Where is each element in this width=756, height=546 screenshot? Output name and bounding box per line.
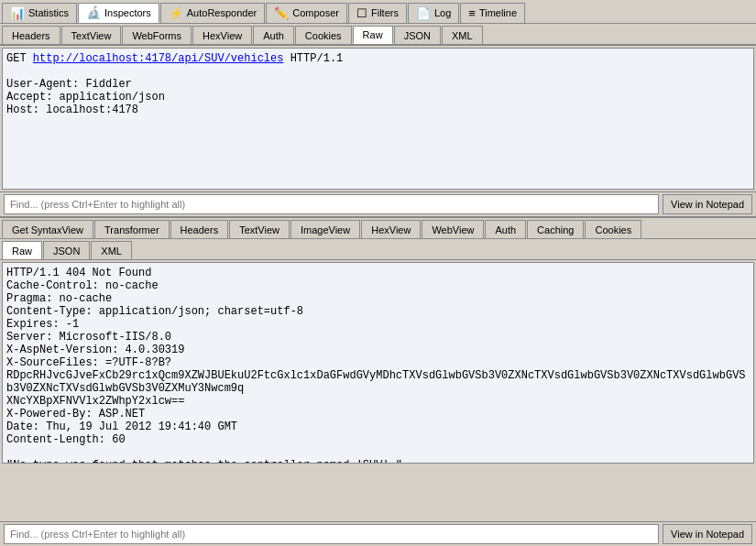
top-nav: 📊 Statistics 🔬 Inspectors ⚡ AutoResponde… [0, 0, 756, 24]
request-subtabs: Headers TextView WebForms HexView Auth C… [0, 24, 756, 46]
req-tab-auth[interactable]: Auth [253, 26, 294, 44]
req-tab-hexview[interactable]: HexView [192, 26, 252, 44]
req-tab-headers[interactable]: Headers [2, 26, 60, 44]
tab-log[interactable]: 📄 Log [408, 3, 459, 23]
resp-tab-getsyntaxview[interactable]: Get SyntaxView [2, 220, 93, 238]
request-section: Headers TextView WebForms HexView Auth C… [0, 24, 756, 218]
resp-tab-caching[interactable]: Caching [527, 220, 584, 238]
response-raw-tabs: Raw JSON XML [0, 239, 756, 260]
statistics-icon: 📊 [10, 6, 25, 20]
tab-statistics-label: Statistics [28, 7, 69, 18]
resp-tab-webview[interactable]: WebView [422, 220, 484, 238]
tab-filters[interactable]: ☐ Filters [348, 3, 407, 23]
request-protocol: HTTP/1.1 [283, 52, 343, 65]
tab-timeline-label: Timeline [479, 7, 517, 18]
log-icon: 📄 [416, 6, 431, 20]
req-tab-xml[interactable]: XML [442, 26, 483, 44]
tab-filters-label: Filters [371, 7, 399, 18]
filters-icon: ☐ [356, 6, 367, 20]
tab-inspectors-label: Inspectors [104, 7, 151, 18]
resp-raw-tab-raw[interactable]: Raw [2, 241, 42, 259]
response-find-bar: View in Notepad [0, 521, 756, 546]
request-headers: User-Agent: Fiddler Accept: application/… [6, 78, 165, 116]
tab-inspectors[interactable]: 🔬 Inspectors [78, 3, 159, 23]
resp-raw-tab-xml[interactable]: XML [91, 241, 132, 259]
req-tab-json[interactable]: JSON [394, 26, 441, 44]
tab-composer-label: Composer [292, 7, 339, 18]
resp-tab-headers[interactable]: Headers [170, 220, 229, 238]
tab-statistics[interactable]: 📊 Statistics [2, 3, 77, 23]
resp-tab-cookies[interactable]: Cookies [585, 220, 641, 238]
request-find-bar: View in Notepad [0, 191, 756, 216]
req-tab-webforms[interactable]: WebForms [122, 26, 192, 44]
request-content: GET http://localhost:4178/api/SUV/vehicl… [2, 48, 754, 190]
resp-tab-imageview[interactable]: ImageView [290, 220, 360, 238]
inspectors-icon: 🔬 [86, 5, 101, 19]
composer-icon: ✏️ [274, 6, 289, 20]
req-tab-cookies[interactable]: Cookies [295, 26, 352, 44]
response-find-input[interactable] [4, 524, 659, 544]
tab-log-label: Log [434, 7, 451, 18]
request-find-input[interactable] [4, 194, 659, 214]
tab-autoresponder[interactable]: ⚡ AutoResponder [160, 3, 265, 23]
tab-autoresponder-label: AutoResponder [187, 7, 257, 18]
response-content: HTTP/1.1 404 Not Found Cache-Control: no… [2, 262, 754, 464]
tab-timeline[interactable]: ≡ Timeline [460, 3, 525, 23]
resp-tab-hexview[interactable]: HexView [361, 220, 421, 238]
resp-tab-auth[interactable]: Auth [485, 220, 526, 238]
tab-composer[interactable]: ✏️ Composer [266, 3, 347, 23]
request-url[interactable]: http://localhost:4178/api/SUV/vehicles [33, 52, 284, 65]
resp-tab-transformer[interactable]: Transformer [94, 220, 170, 238]
req-tab-textview[interactable]: TextView [61, 26, 122, 44]
req-tab-raw[interactable]: Raw [353, 26, 393, 44]
autoresponder-icon: ⚡ [169, 6, 183, 20]
request-view-notepad-button[interactable]: View in Notepad [663, 194, 752, 214]
timeline-icon: ≡ [468, 6, 476, 20]
resp-tab-textview[interactable]: TextView [229, 220, 290, 238]
response-section: Get SyntaxView Transformer Headers TextV… [0, 218, 756, 546]
response-top-tabs: Get SyntaxView Transformer Headers TextV… [0, 218, 756, 239]
main-container: Headers TextView WebForms HexView Auth C… [0, 24, 756, 546]
request-method: GET [6, 52, 27, 65]
response-view-notepad-button[interactable]: View in Notepad [663, 524, 752, 544]
resp-raw-tab-json[interactable]: JSON [43, 241, 90, 259]
